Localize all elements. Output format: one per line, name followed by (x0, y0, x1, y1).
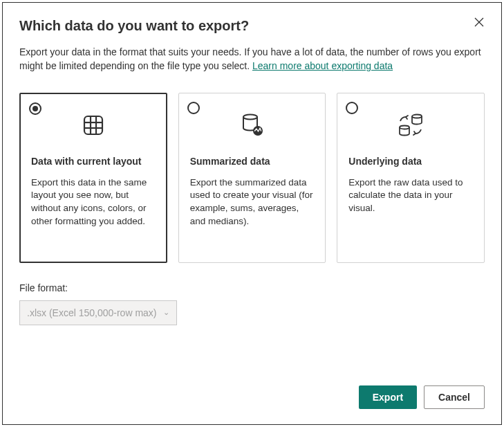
file-format-select[interactable]: .xlsx (Excel 150,000-row max) ⌄ (19, 300, 177, 325)
svg-point-9 (412, 114, 422, 118)
close-button[interactable] (469, 12, 489, 32)
radio-current-layout[interactable] (29, 102, 41, 115)
option-description: Export the raw data used to calculate th… (348, 176, 473, 216)
option-title: Underlying data (348, 156, 473, 167)
description-text: Export your data in the format that suit… (19, 46, 481, 71)
option-title: Data with current layout (31, 156, 156, 167)
export-button[interactable]: Export (359, 385, 417, 409)
option-summarized[interactable]: Summarized data Export the summarized da… (178, 93, 326, 263)
dialog-title: Which data do you want to export? (19, 18, 485, 34)
option-underlying[interactable]: Underlying data Export the raw data used… (337, 93, 485, 263)
radio-summarized[interactable] (187, 102, 200, 114)
dialog-footer: Export Cancel (359, 385, 485, 409)
database-summary-icon (190, 111, 315, 139)
dialog-description: Export your data in the format that suit… (19, 45, 485, 73)
svg-rect-2 (84, 116, 102, 134)
export-dialog: Which data do you want to export? Export… (2, 2, 502, 425)
grid-icon (31, 111, 156, 139)
option-description: Export the summarized data used to creat… (190, 176, 315, 229)
export-options: Data with current layout Export this dat… (19, 93, 485, 263)
option-title: Summarized data (190, 156, 315, 167)
cancel-button[interactable]: Cancel (424, 385, 485, 409)
close-icon (474, 17, 484, 27)
chevron-down-icon: ⌄ (163, 308, 169, 317)
file-format-value: .xlsx (Excel 150,000-row max) (27, 307, 157, 318)
learn-more-link[interactable]: Learn more about exporting data (252, 60, 393, 71)
option-description: Export this data in the same layout you … (31, 176, 156, 229)
option-current-layout[interactable]: Data with current layout Export this dat… (19, 93, 167, 263)
file-format-label: File format: (19, 282, 485, 293)
svg-point-10 (400, 125, 409, 129)
svg-point-7 (243, 114, 257, 119)
database-sync-icon (348, 111, 473, 139)
radio-underlying[interactable] (346, 102, 358, 114)
